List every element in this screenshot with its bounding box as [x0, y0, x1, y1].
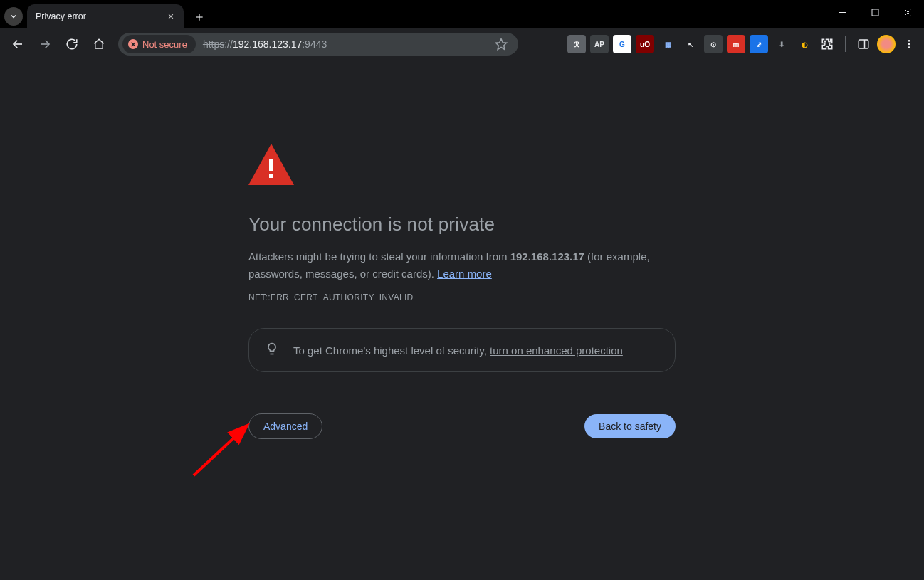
ext-9[interactable]: ⤢	[750, 35, 768, 53]
forward-button[interactable]	[33, 32, 57, 56]
url-scheme: https	[203, 38, 224, 50]
advanced-button[interactable]: Advanced	[248, 413, 322, 439]
window-controls	[826, 0, 924, 24]
back-to-safety-button[interactable]: Back to safety	[584, 414, 676, 438]
home-button[interactable]	[87, 32, 111, 56]
close-icon	[904, 9, 912, 16]
close-window-button[interactable]	[891, 0, 924, 24]
tab-title: Privacy error	[36, 11, 165, 21]
search-tabs-button[interactable]	[4, 7, 23, 26]
url-port: :9443	[302, 38, 327, 50]
svg-rect-5	[872, 9, 878, 16]
minimize-button[interactable]	[826, 0, 859, 24]
kebab-menu-icon	[903, 38, 915, 50]
warning-triangle-icon	[248, 144, 294, 185]
ext-4[interactable]: uO	[636, 35, 654, 53]
error-body-prefix: Attackers might be trying to steal your …	[248, 251, 510, 263]
svg-point-15	[908, 46, 910, 48]
chevron-down-icon	[9, 12, 18, 21]
security-label: Not secure	[142, 39, 187, 50]
new-tab-button[interactable]	[189, 7, 209, 27]
extensions-menu-button[interactable]	[818, 35, 836, 53]
titlebar: Privacy error	[0, 0, 924, 28]
extensions-row: ℛAPGuO▦↖⊙m⤢⬇◐	[567, 35, 918, 53]
ext-2[interactable]: AP	[590, 35, 609, 53]
ext-1[interactable]: ℛ	[567, 35, 586, 53]
profile-avatar[interactable]	[877, 35, 896, 53]
ext-5[interactable]: ▦	[658, 35, 677, 53]
reload-button[interactable]	[60, 32, 84, 56]
error-heading: Your connection is not private	[248, 213, 676, 236]
enhanced-protection-link[interactable]: turn on enhanced protection	[490, 344, 623, 357]
browser-tab[interactable]: Privacy error	[27, 4, 184, 28]
maximize-icon	[871, 9, 879, 16]
not-secure-icon: ✕	[128, 39, 138, 49]
chrome-menu-button[interactable]	[900, 35, 918, 53]
url-separator: ://	[224, 38, 233, 50]
svg-point-14	[908, 43, 910, 46]
svg-rect-17	[269, 159, 273, 171]
plus-icon	[194, 12, 204, 22]
button-row: Advanced Back to safety	[248, 413, 676, 439]
svg-marker-10	[496, 39, 507, 50]
tab-close-button[interactable]	[165, 11, 177, 22]
ext-11[interactable]: ◐	[795, 35, 814, 53]
home-icon	[93, 38, 105, 51]
side-panel-button[interactable]	[854, 35, 873, 53]
side-panel-icon	[857, 38, 870, 51]
error-description: Attackers might be trying to steal your …	[248, 248, 661, 283]
svg-point-13	[908, 40, 910, 42]
page-content: Your connection is not private Attackers…	[0, 60, 924, 580]
tip-text: To get Chrome's highest level of securit…	[293, 344, 623, 357]
svg-rect-11	[859, 40, 868, 48]
bookmark-button[interactable]	[491, 34, 511, 54]
ext-10[interactable]: ⬇	[772, 35, 791, 53]
puzzle-icon	[821, 38, 834, 51]
url-display: https://192.168.123.17:9443	[203, 38, 327, 50]
minimize-icon	[839, 9, 846, 16]
back-button[interactable]	[6, 32, 30, 56]
maximize-button[interactable]	[859, 0, 891, 24]
address-bar[interactable]: ✕ Not secure https://192.168.123.17:9443	[118, 33, 518, 56]
arrow-right-icon	[38, 38, 51, 51]
tip-prefix: To get Chrome's highest level of securit…	[293, 344, 490, 357]
lightbulb-icon	[265, 342, 279, 359]
url-host: 192.168.123.17	[233, 38, 302, 50]
toolbar: ✕ Not secure https://192.168.123.17:9443…	[0, 28, 924, 60]
svg-line-20	[194, 427, 246, 475]
arrow-left-icon	[11, 38, 24, 51]
error-body-host: 192.168.123.17	[510, 251, 584, 263]
security-chip[interactable]: ✕ Not secure	[122, 35, 196, 53]
ext-8[interactable]: m	[727, 35, 745, 53]
toolbar-divider	[845, 36, 846, 52]
svg-rect-18	[269, 174, 273, 178]
error-code: NET::ERR_CERT_AUTHORITY_INVALID	[248, 292, 676, 302]
ssl-error-interstitial: Your connection is not private Attackers…	[248, 144, 676, 439]
close-icon	[167, 13, 174, 20]
ext-7[interactable]: ⊙	[704, 35, 723, 53]
ext-3[interactable]: G	[613, 35, 631, 53]
tab-strip: Privacy error	[0, 0, 209, 28]
learn-more-link[interactable]: Learn more	[437, 268, 492, 280]
star-icon	[495, 38, 508, 51]
reload-icon	[65, 38, 78, 51]
enhanced-protection-tip: To get Chrome's highest level of securit…	[248, 328, 676, 372]
ext-6[interactable]: ↖	[681, 35, 700, 53]
